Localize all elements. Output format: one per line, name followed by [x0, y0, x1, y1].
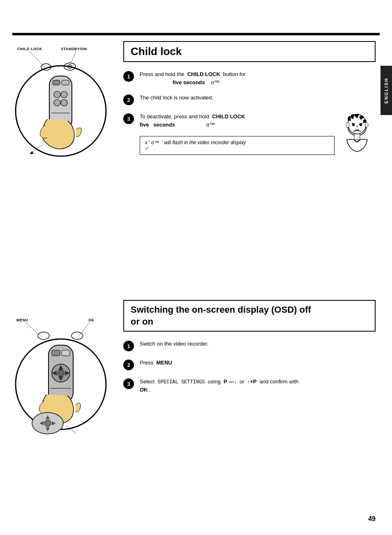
menu-label: MENU: [156, 360, 172, 366]
osd-content: Switching the on-screen display (OSD) of…: [123, 300, 376, 401]
note-line-2: ✓: [145, 145, 329, 151]
svg-text:MENU: MENU: [16, 318, 28, 322]
svg-line-32: [25, 323, 42, 337]
svg-marker-18: [30, 151, 34, 154]
svg-point-13: [61, 91, 67, 98]
five-seconds-label-1: five seconds σ™: [173, 79, 219, 85]
five-seconds-label-3: five seconds σ™: [140, 122, 215, 128]
child-lock-illustration: CHILD LOCK STANDBY/ON: [12, 41, 119, 173]
osd-step-3: 3 Select SPECIAL SETTINGS using P —↓ or …: [123, 378, 376, 394]
svg-line-33: [78, 323, 90, 337]
osd-step-3-text: Select SPECIAL SETTINGS using P —↓ or ↑+…: [140, 378, 376, 394]
child-lock-label-1: CHILD LOCK: [187, 71, 220, 77]
step-1-number: 1: [123, 71, 134, 82]
osd-title: Switching the on-screen display (OSD) of…: [131, 304, 368, 327]
svg-point-45: [58, 370, 64, 376]
osd-step-3-number: 3: [123, 378, 134, 389]
step-3-text: To deactivate, press and hold CHILD LOCK…: [140, 113, 334, 129]
ok-label: OK: [140, 387, 148, 393]
language-label: ENGLISH: [384, 78, 389, 104]
osd-step-2-number: 2: [123, 360, 134, 370]
svg-point-12: [54, 91, 60, 98]
osd-step-2-text: Press MENU .: [140, 359, 376, 367]
svg-point-23: [360, 124, 362, 126]
p-plus-label: ↑+P: [247, 378, 257, 385]
child-lock-note: x ' σ™ ' will flash in the video recorde…: [140, 136, 334, 155]
svg-point-53: [44, 420, 51, 427]
step-2-number: 2: [123, 95, 134, 105]
svg-text:CHILD LOCK: CHILD LOCK: [17, 47, 42, 51]
svg-text:OK: OK: [88, 318, 95, 322]
svg-rect-11: [62, 80, 69, 85]
child-lock-header: Child lock: [123, 41, 376, 62]
svg-point-35: [71, 332, 83, 339]
child-lock-steps: 1 Press and hold the CHILD LOCK button f…: [123, 70, 376, 164]
osd-step-1-text: Switch on the video recorder.: [140, 340, 376, 348]
osd-step-2: 2 Press MENU .: [123, 359, 376, 370]
osd-header: Switching the on-screen display (OSD) of…: [123, 300, 376, 332]
child-lock-step-3: 3 To deactivate, press and hold CHILD LO…: [123, 113, 334, 129]
svg-point-14: [54, 99, 60, 106]
svg-rect-38: [52, 350, 60, 356]
osd-step-1-number: 1: [123, 341, 134, 351]
svg-point-26: [365, 122, 368, 127]
svg-point-34: [38, 332, 49, 339]
person-illustration: [339, 113, 376, 164]
step-3-number: 3: [123, 113, 134, 124]
svg-rect-10: [53, 80, 60, 85]
top-divider-bar: [12, 33, 380, 35]
special-settings-label: SPECIAL SETTINGS: [157, 379, 205, 385]
child-lock-content: Child lock 1 Press and hold the CHILD LO…: [123, 41, 376, 164]
osd-step-1: 1 Switch on the video recorder.: [123, 340, 376, 351]
p-minus-label: P —↓: [224, 378, 237, 385]
child-lock-step-1: 1 Press and hold the CHILD LOCK button f…: [123, 70, 376, 86]
step-2-text: The child lock is now activated.: [140, 94, 376, 102]
svg-point-22: [352, 124, 355, 126]
step-1-text: Press and hold the CHILD LOCK button for…: [140, 70, 376, 86]
svg-text:STANDBY/ON: STANDBY/ON: [61, 47, 87, 51]
language-tab: ENGLISH: [380, 66, 392, 115]
child-lock-step-2: 2 The child lock is now activated.: [123, 94, 376, 105]
svg-rect-39: [62, 350, 70, 356]
child-lock-title: Child lock: [131, 45, 368, 58]
note-line-1: x ' σ™ ' will flash in the video recorde…: [145, 140, 329, 145]
child-lock-label-3: CHILD LOCK: [212, 113, 245, 120]
page-number: 49: [368, 515, 376, 523]
svg-point-15: [61, 99, 67, 106]
osd-illustration: MENU OK: [12, 312, 119, 444]
svg-line-2: [30, 51, 45, 68]
svg-rect-27: [354, 134, 360, 140]
osd-steps: 1 Switch on the video recorder. 2 Press …: [123, 340, 376, 394]
svg-point-25: [346, 122, 349, 127]
